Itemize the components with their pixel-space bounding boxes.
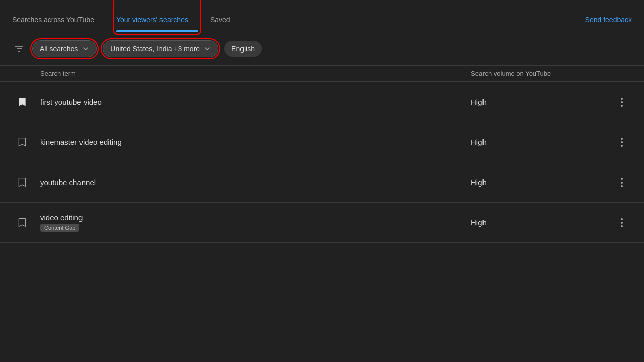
bookmark-button-2[interactable] — [12, 137, 32, 147]
filters-row: All searches United States, India +3 mor… — [0, 32, 644, 66]
search-volume-2: High — [471, 138, 612, 146]
more-options-button-2[interactable] — [612, 138, 632, 147]
search-term-2: kinemaster video editing — [40, 138, 463, 146]
send-feedback-button[interactable]: Send feedback — [585, 16, 632, 32]
svg-point-11 — [621, 185, 623, 187]
search-term-4: video editing — [40, 213, 463, 222]
location-dropdown[interactable]: United States, India +3 more — [103, 40, 218, 57]
row-content-3: youtube channel — [32, 178, 471, 187]
svg-point-7 — [621, 141, 623, 143]
svg-point-5 — [621, 105, 623, 107]
more-options-button-1[interactable] — [612, 98, 632, 107]
svg-point-13 — [621, 222, 623, 224]
all-searches-label: All searches — [40, 45, 78, 53]
table-row: video editing Content Gap High — [0, 203, 644, 243]
bookmark-button-3[interactable] — [12, 177, 32, 188]
more-options-button-3[interactable] — [612, 178, 632, 187]
svg-point-9 — [621, 178, 623, 180]
svg-point-14 — [621, 225, 623, 227]
search-term-3: youtube channel — [40, 178, 463, 187]
tab-viewers-searches[interactable]: Your viewers' searches — [116, 0, 198, 32]
svg-point-10 — [621, 182, 623, 184]
filter-icon-button[interactable] — [12, 42, 26, 56]
row-content-4: video editing Content Gap — [32, 213, 471, 232]
search-volume-3: High — [471, 178, 612, 187]
table-header: Search term Search volume on YouTube — [0, 66, 644, 82]
language-pill[interactable]: English — [224, 41, 262, 57]
more-options-button-4[interactable] — [612, 218, 632, 227]
svg-point-6 — [621, 138, 623, 140]
search-volume-4: High — [471, 218, 612, 227]
tab-searches-across[interactable]: Searches across YouTube — [12, 0, 104, 32]
bookmark-button-4[interactable] — [12, 218, 32, 228]
content-gap-badge: Content Gap — [40, 224, 79, 232]
col-header-volume: Search volume on YouTube — [471, 70, 612, 77]
table-row: youtube channel High — [0, 162, 644, 203]
svg-point-3 — [621, 98, 623, 100]
table-body: first youtube video High kinemaster vide… — [0, 82, 644, 243]
row-content-2: kinemaster video editing — [32, 138, 471, 146]
tab-saved[interactable]: Saved — [210, 0, 240, 32]
all-searches-dropdown[interactable]: All searches — [32, 40, 97, 57]
bookmark-button-1[interactable] — [12, 97, 32, 107]
svg-point-8 — [621, 145, 623, 147]
row-content-1: first youtube video — [32, 98, 471, 106]
nav-tabs: Searches across YouTube Your viewers' se… — [12, 0, 253, 32]
table-row: kinemaster video editing High — [0, 122, 644, 162]
location-label: United States, India +3 more — [110, 45, 200, 53]
search-term-1: first youtube video — [40, 98, 463, 106]
svg-point-4 — [621, 101, 623, 103]
table-row: first youtube video High — [0, 82, 644, 122]
col-header-search-term: Search term — [40, 70, 471, 77]
language-label: English — [231, 45, 255, 53]
top-navigation: Searches across YouTube Your viewers' se… — [0, 0, 644, 32]
search-volume-1: High — [471, 98, 612, 106]
svg-point-12 — [621, 218, 623, 220]
